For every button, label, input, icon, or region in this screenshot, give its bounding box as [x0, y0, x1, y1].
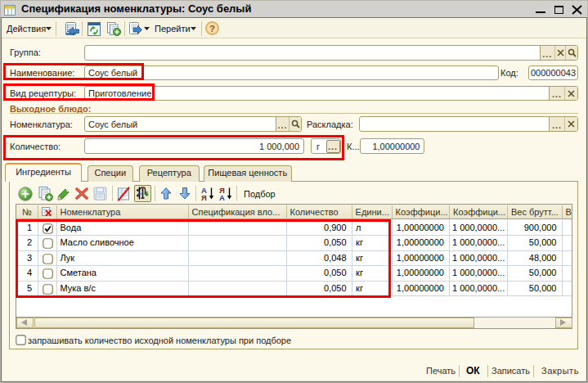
svg-text:А: А [219, 193, 225, 202]
svg-text:?: ? [209, 24, 215, 34]
svg-text:Я: Я [201, 193, 207, 202]
